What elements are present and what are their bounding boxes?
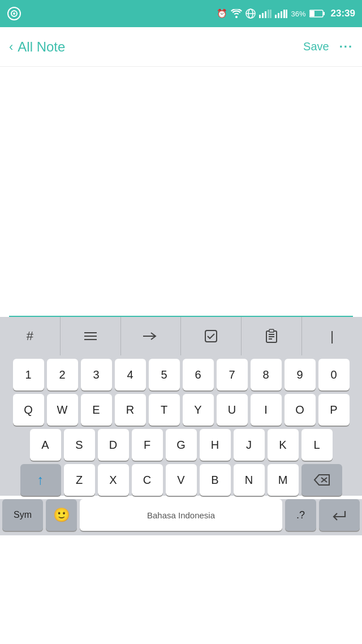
key-d[interactable]: D [98,429,129,461]
cursor-icon: | [330,328,334,344]
status-bar-right: ⏰ 36% [217,8,355,19]
emoji-button[interactable]: 🙂 [46,499,77,531]
enter-button[interactable] [319,499,360,531]
svg-rect-9 [268,10,269,18]
key-6[interactable]: 6 [183,359,214,390]
key-r[interactable]: R [115,394,146,426]
key-a[interactable]: A [30,429,61,461]
indent-icon [143,331,159,341]
hashtag-icon: # [27,329,33,344]
key-n[interactable]: N [234,464,265,496]
space-label: Bahasa Indonesia [147,510,215,520]
svg-rect-11 [275,15,277,18]
key-c[interactable]: C [132,464,163,496]
key-b[interactable]: B [200,464,231,496]
number-row: 1 2 3 4 5 6 7 8 9 0 [2,359,360,390]
sym-label: Sym [14,510,32,520]
svg-rect-8 [265,11,266,18]
battery-icon [309,9,325,18]
svg-rect-17 [310,11,314,16]
back-icon: ‹ [9,40,13,54]
key-k[interactable]: K [268,429,299,461]
keyboard: 1 2 3 4 5 6 7 8 9 0 Q W E R T Y U I O P … [0,355,362,496]
key-m[interactable]: M [268,464,299,496]
key-h[interactable]: H [200,429,231,461]
key-8[interactable]: 8 [251,359,282,390]
shift-button[interactable]: ↑ [20,464,61,496]
list-icon [83,330,98,342]
key-t[interactable]: T [149,394,180,426]
key-0[interactable]: 0 [318,359,350,390]
key-9[interactable]: 9 [285,359,316,390]
svg-point-2 [13,12,15,15]
svg-rect-15 [286,10,287,18]
page-title: All Note [18,39,65,55]
toolbar-cursor-button[interactable]: | [302,317,362,355]
emoji-icon: 🙂 [53,507,70,523]
key-s[interactable]: S [64,429,95,461]
key-4[interactable]: 4 [115,359,146,390]
key-j[interactable]: J [234,429,265,461]
key-i[interactable]: I [251,394,282,426]
svg-rect-26 [269,329,274,332]
key-f[interactable]: F [132,429,163,461]
bottom-keyboard-row: Sym 🙂 Bahasa Indonesia .? [0,499,362,535]
camera-icon [7,6,21,21]
svg-rect-10 [270,10,272,18]
key-7[interactable]: 7 [217,359,248,390]
key-g[interactable]: G [166,429,197,461]
key-p[interactable]: P [318,394,350,426]
backspace-icon [313,474,330,486]
back-button[interactable]: ‹ All Note [9,39,65,55]
key-1[interactable]: 1 [13,359,44,390]
alarm-icon: ⏰ [217,8,227,19]
period-button[interactable]: .? [285,499,316,531]
wifi-icon [231,9,242,18]
qwerty-row: Q W E R T Y U I O P [2,394,360,426]
svg-rect-14 [283,10,285,18]
svg-rect-12 [278,13,279,18]
toolbar-list-button[interactable] [61,317,121,355]
key-3[interactable]: 3 [81,359,112,390]
toolbar-checkbox-button[interactable] [181,317,242,355]
svg-rect-6 [259,15,261,18]
key-z[interactable]: Z [64,464,95,496]
sym-button[interactable]: Sym [2,499,43,531]
key-o[interactable]: O [285,394,316,426]
signal2-icon [275,9,287,18]
key-y[interactable]: Y [183,394,214,426]
svg-rect-18 [323,12,325,15]
keyboard-toolbar: # | [0,317,362,355]
key-w[interactable]: W [47,394,78,426]
signal1-icon [259,9,272,18]
toolbar-arrow-button[interactable] [121,317,182,355]
space-button[interactable]: Bahasa Indonesia [80,499,282,531]
key-5[interactable]: 5 [149,359,180,390]
app-bar-actions: Save ··· [303,40,353,54]
svg-rect-7 [262,13,264,18]
toolbar-clipboard-button[interactable] [242,317,302,355]
key-u[interactable]: U [217,394,248,426]
toolbar-hashtag-button[interactable]: # [0,317,61,355]
checkbox-icon [204,329,218,343]
key-q[interactable]: Q [13,394,44,426]
save-button[interactable]: Save [303,40,329,53]
svg-rect-24 [205,330,217,342]
svg-rect-13 [281,11,282,18]
key-l[interactable]: L [301,429,333,461]
key-2[interactable]: 2 [47,359,78,390]
asdf-row: A S D F G H J K L [2,429,360,461]
more-options-button[interactable]: ··· [339,40,353,54]
key-v[interactable]: V [166,464,197,496]
status-time: 23:39 [331,8,355,19]
key-e[interactable]: E [81,394,112,426]
note-area[interactable] [0,67,362,317]
battery-percentage: 36% [291,10,305,18]
backspace-button[interactable] [301,464,342,496]
clipboard-icon [265,329,278,344]
status-bar: ⏰ 36% [0,0,362,27]
shift-icon: ↑ [37,472,44,488]
status-bar-left [7,6,21,21]
key-x[interactable]: X [98,464,129,496]
zxcv-row: ↑ Z X C V B N M [2,464,360,496]
